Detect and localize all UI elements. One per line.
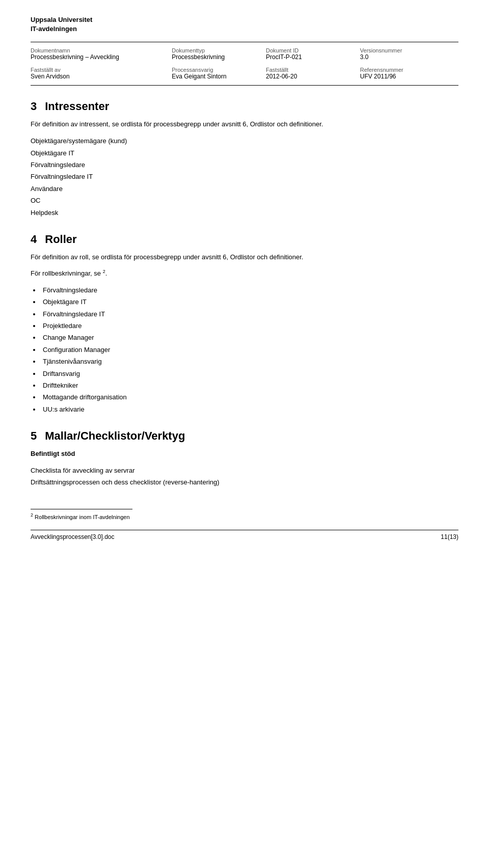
footer-page: 11(13) bbox=[441, 533, 458, 540]
footnote-ref-text: För rollbeskrivningar, se 2. bbox=[31, 268, 458, 279]
list-item: Förvaltningsledare bbox=[31, 159, 458, 171]
list-item: Förvaltningsledare IT bbox=[41, 308, 458, 320]
section-4-body: För definition av roll, se ordlista för … bbox=[31, 252, 458, 263]
section-4-number: 4 bbox=[31, 233, 37, 246]
stakeholders-list: Objektägare/systemägare (kund)Objektägar… bbox=[31, 135, 458, 219]
list-item: UU:s arkivarie bbox=[41, 403, 458, 415]
section-5-number: 5 bbox=[31, 429, 37, 443]
list-item: Objektägare/systemägare (kund) bbox=[31, 135, 458, 147]
list-item: Objektägare IT bbox=[31, 147, 458, 159]
section-3-heading: 3 Intressenter bbox=[31, 100, 458, 113]
dokumenttyp-label: Dokumenttyp bbox=[172, 47, 264, 53]
list-item: Användare bbox=[31, 183, 458, 195]
dokumentnamn-label: Dokumentnamn bbox=[31, 47, 170, 53]
footnote-section: 2 Rollbeskrivningar inom IT-avdelningen bbox=[31, 509, 132, 520]
section-3: 3 Intressenter För definition av intress… bbox=[31, 100, 458, 219]
list-item: Förvaltningsledare IT bbox=[31, 171, 458, 182]
list-item: Driftansvarig bbox=[41, 368, 458, 379]
footnote-ref: För rollbeskrivningar, se bbox=[31, 269, 101, 277]
list-item: Drifttekniker bbox=[41, 379, 458, 391]
footnote-body: Rollbeskrivningar inom IT-avdelningen bbox=[35, 513, 129, 520]
footnote-text: 2 Rollbeskrivningar inom IT-avdelningen bbox=[31, 512, 132, 520]
section-3-number: 3 bbox=[31, 100, 37, 113]
list-item: Mottagande driftorganisation bbox=[41, 391, 458, 403]
roles-list: FörvaltningsledareObjektägare ITFörvaltn… bbox=[41, 284, 458, 415]
fasttallt-label: Fastställt bbox=[266, 67, 358, 73]
section-4: 4 Roller För definition av roll, se ordl… bbox=[31, 233, 458, 415]
dokumenttyp-value: Processbeskrivning bbox=[172, 53, 264, 61]
dokumentnamn-value: Processbeskrivning – Avveckling bbox=[31, 53, 170, 61]
fasttallt-av-label: Fastställt av bbox=[31, 67, 170, 73]
university-name-text: Uppsala Universitet bbox=[31, 16, 92, 23]
footer-filename: Avvecklingsprocessen[3.0].doc bbox=[31, 533, 115, 540]
university-name: Uppsala Universitet IT-avdelningen bbox=[31, 15, 458, 34]
list-item: Configuration Manager bbox=[41, 344, 458, 356]
section-4-title: Roller bbox=[45, 233, 76, 246]
befintligt-stod-label: Befintligt stöd bbox=[31, 449, 458, 459]
section-3-body: För definition av intressent, se ordlist… bbox=[31, 119, 458, 130]
footer: Avvecklingsprocessen[3.0].doc 11(13) bbox=[31, 530, 458, 540]
dokument-id-value: ProcIT-P-021 bbox=[266, 53, 358, 61]
footnote-suffix: . bbox=[105, 269, 107, 277]
university-header: Uppsala Universitet IT-avdelningen bbox=[31, 15, 458, 34]
referensnummer-value: UFV 2011/96 bbox=[360, 73, 456, 80]
meta-divider bbox=[31, 85, 458, 86]
section-3-title: Intressenter bbox=[45, 100, 109, 113]
section-5: 5 Mallar/Checklistor/Verktyg Befintligt … bbox=[31, 429, 458, 489]
fasttallt-value: 2012-06-20 bbox=[266, 73, 358, 80]
versionsnummer-label: Versionsnummer bbox=[360, 47, 456, 53]
section-5-title: Mallar/Checklistor/Verktyg bbox=[45, 429, 185, 443]
footnote-number: 2 bbox=[31, 512, 33, 518]
dokument-id-label: Dokument ID bbox=[266, 47, 358, 53]
list-item: Objektägare IT bbox=[41, 296, 458, 308]
meta-table-row1: Dokumentnamn Processbeskrivning – Avveck… bbox=[31, 46, 458, 62]
department-text: IT-avdelningen bbox=[31, 25, 77, 33]
list-item: Tjänstenivåansvarig bbox=[41, 356, 458, 367]
list-item: Helpdesk bbox=[31, 207, 458, 219]
meta-table-row2: Fastställt av Sven Arvidson Processansva… bbox=[31, 66, 458, 81]
processansvarig-value: Eva Geigant Sintorn bbox=[172, 73, 264, 80]
section-4-heading: 4 Roller bbox=[31, 233, 458, 246]
list-item: Checklista för avveckling av servrar bbox=[31, 465, 458, 476]
processansvarig-label: Processansvarig bbox=[172, 67, 264, 73]
header-divider bbox=[31, 42, 458, 42]
list-item: Förvaltningsledare bbox=[41, 284, 458, 296]
referensnummer-label: Referensnummer bbox=[360, 67, 456, 73]
section-5-heading: 5 Mallar/Checklistor/Verktyg bbox=[31, 429, 458, 443]
versionsnummer-value: 3.0 bbox=[360, 53, 456, 61]
list-item: OC bbox=[31, 195, 458, 206]
list-item: Projektledare bbox=[41, 320, 458, 332]
list-item: Driftsättningsprocessen och dess checkli… bbox=[31, 476, 458, 488]
section-5-items: Checklista för avveckling av servrarDrif… bbox=[31, 465, 458, 489]
fasttallt-av-value: Sven Arvidson bbox=[31, 73, 170, 80]
list-item: Change Manager bbox=[41, 332, 458, 343]
